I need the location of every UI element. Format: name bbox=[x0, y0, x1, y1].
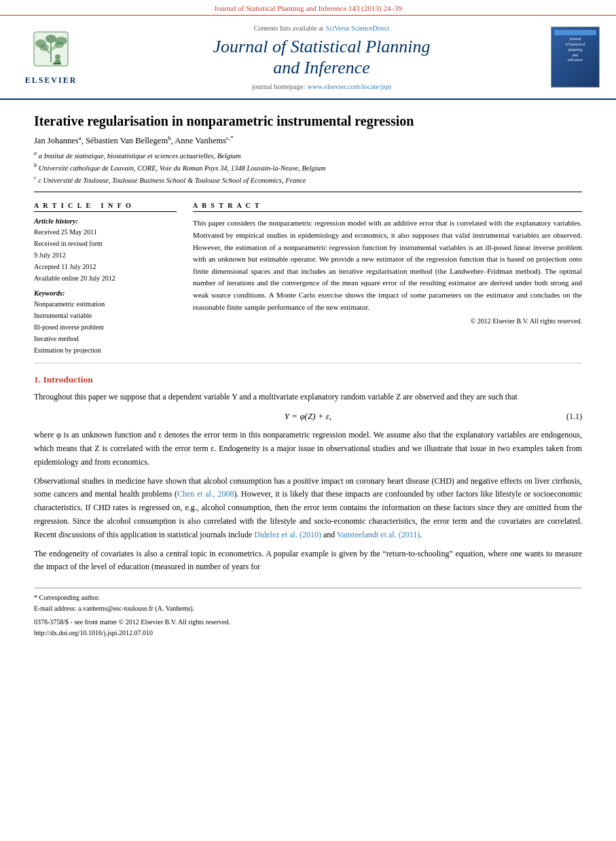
svg-point-9 bbox=[54, 41, 64, 48]
journal-cover-thumb: journalof statisticalplanningandinferenc… bbox=[551, 26, 600, 88]
keyword-1: Nonparametric estimation bbox=[34, 298, 177, 310]
affiliation-b: b Université catholique de Louvain, CORE… bbox=[34, 162, 582, 174]
svg-point-10 bbox=[46, 35, 56, 43]
thumb-text: journalof statisticalplanningandinferenc… bbox=[565, 37, 585, 63]
affiliation-a: a a Institut de statistique, biostatisti… bbox=[34, 149, 582, 162]
footnote-email: E-mail address: a.vanhems@esc-toulouse.f… bbox=[34, 603, 582, 614]
journal-thumbnail: journalof statisticalplanningandinferenc… bbox=[548, 22, 602, 92]
history-label: Article history: bbox=[34, 217, 177, 225]
svg-rect-13 bbox=[53, 62, 61, 65]
abstract-column: A B S T R A C T This paper considers the… bbox=[193, 202, 582, 356]
article-info-column: A R T I C L E I N F O Article history: R… bbox=[34, 202, 177, 356]
svg-point-11 bbox=[55, 54, 60, 60]
article-dates: Received 25 May 2011 Received in revised… bbox=[34, 226, 177, 284]
article-title-block: Iterative regularisation in nonparametri… bbox=[34, 100, 582, 192]
abstract-body: This paper considers the nonparametric r… bbox=[193, 217, 582, 313]
journal-reference-bar: Journal of Statistical Planning and Infe… bbox=[0, 0, 616, 16]
keyword-4: Iterative method bbox=[34, 333, 177, 344]
copyright-text: © 2012 Elsevier B.V. All rights reserved… bbox=[193, 317, 582, 325]
intro-section-title: 1. Introduction bbox=[34, 374, 582, 385]
footnote-area: * Corresponding author. E-mail address: … bbox=[34, 588, 582, 639]
elsevier-text-label: ELSEVIER bbox=[25, 75, 77, 86]
intro-para-4: The endogeneity of covariates is also a … bbox=[34, 548, 582, 575]
intro-para-3: Observational studies in medicine have s… bbox=[34, 475, 582, 542]
date-online: Available online 20 July 2012 bbox=[34, 272, 177, 284]
abstract-header: A B S T R A C T bbox=[193, 202, 582, 212]
keyword-3: Ill-posed inverse problem bbox=[34, 321, 177, 333]
keyword-2: Instrumental variable bbox=[34, 310, 177, 321]
sciverse-link[interactable]: SciVerse ScienceDirect bbox=[326, 24, 390, 32]
intro-para-2: where φ is an unknown function and ε den… bbox=[34, 429, 582, 469]
homepage-link[interactable]: www.elsevier.com/locate/jspi bbox=[308, 83, 392, 90]
equation-number: (1.1) bbox=[566, 412, 582, 422]
ref-chen-link[interactable]: Chen et al., 2008 bbox=[177, 489, 234, 499]
ref-vansteelandt-link[interactable]: Vansteelandt et al. (2011) bbox=[337, 530, 420, 539]
article-main-title: Iterative regularisation in nonparametri… bbox=[34, 112, 582, 130]
doi-text: http://dx.doi.org/10.1016/j.jspi.2012.07… bbox=[34, 628, 582, 639]
article-info-abstract: A R T I C L E I N F O Article history: R… bbox=[34, 192, 582, 363]
keyword-5: Estimation by projection bbox=[34, 344, 177, 356]
date-revised-label: Received in revised form bbox=[34, 238, 177, 249]
equation-text: Y = φ(Z) + ε, bbox=[285, 411, 331, 422]
date-received: Received 25 May 2011 bbox=[34, 226, 177, 238]
keywords-list: Nonparametric estimation Instrumental va… bbox=[34, 298, 177, 356]
affiliation-c: c c Université de Toulouse, Toulouse Bus… bbox=[34, 174, 582, 186]
keywords-label: Keywords: bbox=[34, 289, 177, 297]
journal-reference-text: Journal of Statistical Planning and Infe… bbox=[214, 4, 402, 12]
sciverse-text-line: Contents lists available at SciVerse Sci… bbox=[254, 22, 389, 33]
intro-para-1: Throughout this paper we suppose that a … bbox=[34, 391, 582, 404]
ref-didelez-link[interactable]: Didelez et al. (2010) bbox=[254, 530, 321, 539]
footnote-issn: 0378-3758/$ - see front matter © 2012 El… bbox=[34, 617, 582, 639]
email-label: E-mail address: bbox=[34, 605, 76, 612]
journal-header: ELSEVIER Contents lists available at Sci… bbox=[0, 16, 616, 100]
corresponding-label: * Corresponding author. bbox=[34, 594, 100, 601]
author-jan: Jan Johannesa, Sébastien Van Bellegemb, … bbox=[34, 136, 234, 145]
email-address: a.vanhems@esc-toulouse.fr (A. Vanhems). bbox=[78, 605, 194, 612]
article-body: 1. Introduction Throughout this paper we… bbox=[34, 363, 582, 574]
affiliations-block: a a Institut de statistique, biostatisti… bbox=[34, 149, 582, 187]
homepage-line: journal homepage: www.elsevier.com/locat… bbox=[252, 81, 391, 92]
journal-title-block: Contents lists available at SciVerse Sci… bbox=[102, 22, 541, 92]
elsevier-branding: ELSEVIER bbox=[7, 22, 95, 92]
journal-main-title: Journal of Statistical Planningand Infer… bbox=[213, 36, 431, 78]
author-list: Jan Johannesa, Sébastien Van Bellegemb, … bbox=[34, 134, 582, 145]
article-content: Iterative regularisation in nonparametri… bbox=[0, 100, 616, 639]
article-info-header: A R T I C L E I N F O bbox=[34, 202, 177, 212]
elsevier-logo bbox=[20, 29, 81, 73]
issn-text: 0378-3758/$ - see front matter © 2012 El… bbox=[34, 617, 582, 628]
sciverse-prefix: Contents lists available at bbox=[254, 24, 323, 32]
svg-point-8 bbox=[39, 44, 49, 51]
footnote-corresponding: * Corresponding author. bbox=[34, 592, 582, 603]
date-revised: 9 July 2012 bbox=[34, 249, 177, 261]
equation-1-1: Y = φ(Z) + ε, (1.1) bbox=[34, 411, 582, 422]
date-accepted: Accepted 11 July 2012 bbox=[34, 261, 177, 272]
homepage-label: journal homepage: bbox=[252, 83, 305, 90]
